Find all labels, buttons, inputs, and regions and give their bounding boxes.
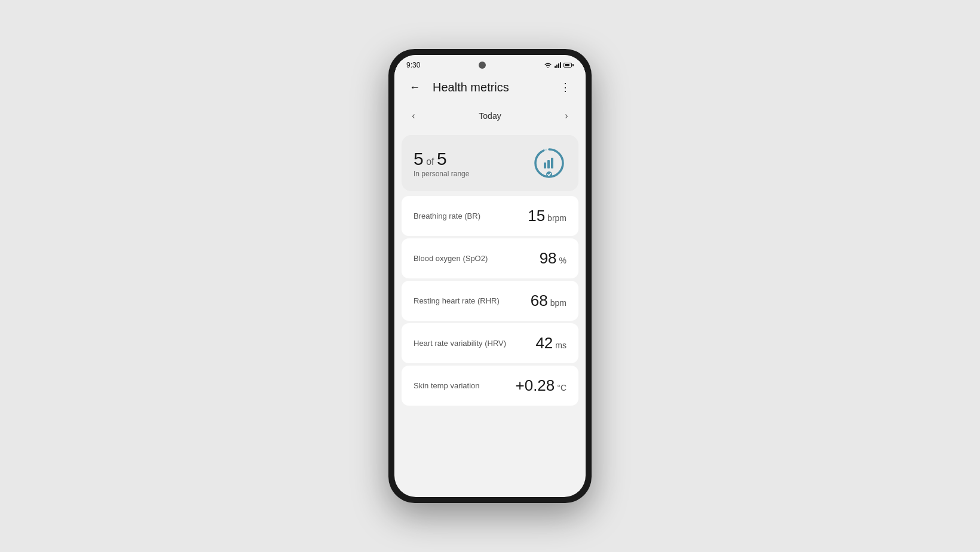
phone-screen: 9:30 <box>394 55 586 497</box>
metric-hrv[interactable]: Heart rate variability (HRV) 42 ms <box>402 323 578 363</box>
status-time: 9:30 <box>406 61 420 69</box>
metric-value-hrv: 42 ms <box>535 334 566 352</box>
metric-label-skin-temp: Skin temp variation <box>414 381 480 390</box>
current-date-label: Today <box>479 111 501 121</box>
status-bar: 9:30 <box>394 55 586 73</box>
signal-icon <box>555 62 561 68</box>
rhr-unit: bpm <box>550 298 566 308</box>
oxygen-unit: % <box>559 256 566 265</box>
skin-temp-value: +0.28 <box>515 376 555 395</box>
of-text: of <box>424 157 437 167</box>
hrv-unit: ms <box>555 341 566 350</box>
svg-rect-2 <box>544 162 546 168</box>
date-navigation: ‹ Today › <box>394 104 586 133</box>
summary-text: 5 of 5 In personal range <box>414 149 469 178</box>
summary-subtitle: In personal range <box>414 170 469 178</box>
page-title: Health metrics <box>433 81 555 94</box>
breathing-value: 15 <box>528 207 545 225</box>
camera-dot <box>479 62 486 69</box>
metric-label-rhr: Resting heart rate (RHR) <box>414 296 500 305</box>
wifi-icon <box>544 62 552 68</box>
metric-resting-heart-rate[interactable]: Resting heart rate (RHR) 68 bpm <box>402 281 578 321</box>
more-button[interactable]: ⋮ <box>555 76 576 98</box>
metric-value-breathing: 15 brpm <box>528 207 566 225</box>
scroll-content: 5 of 5 In personal range <box>394 133 586 497</box>
metric-value-oxygen: 98 % <box>540 249 566 268</box>
svg-rect-4 <box>551 158 553 168</box>
rhr-value: 68 <box>531 292 548 310</box>
metric-value-rhr: 68 bpm <box>531 292 566 310</box>
count-number: 5 <box>414 149 424 168</box>
metric-label-breathing: Breathing rate (BR) <box>414 211 480 220</box>
svg-rect-3 <box>547 160 550 168</box>
summary-card: 5 of 5 In personal range <box>402 135 578 191</box>
metric-label-oxygen: Blood oxygen (SpO2) <box>414 254 488 263</box>
metric-label-hrv: Heart rate variability (HRV) <box>414 339 506 348</box>
skin-temp-unit: °C <box>557 383 566 392</box>
battery-icon <box>564 63 574 68</box>
phone-shell: 9:30 <box>388 49 592 503</box>
total-number: 5 <box>437 149 447 168</box>
progress-circle-icon <box>532 146 566 180</box>
oxygen-value: 98 <box>540 249 557 268</box>
back-button[interactable]: ← <box>404 76 425 98</box>
hrv-value: 42 <box>535 334 553 352</box>
summary-count: 5 of 5 <box>414 149 469 168</box>
breathing-unit: brpm <box>547 213 566 223</box>
status-icons <box>544 62 574 68</box>
metric-breathing-rate[interactable]: Breathing rate (BR) 15 brpm <box>402 196 578 236</box>
header-bar: ← Health metrics ⋮ <box>394 73 586 104</box>
metric-blood-oxygen[interactable]: Blood oxygen (SpO2) 98 % <box>402 238 578 278</box>
metric-skin-temp[interactable]: Skin temp variation +0.28 °C <box>402 366 578 406</box>
next-date-button[interactable]: › <box>557 106 576 125</box>
svg-point-5 <box>546 171 552 177</box>
prev-date-button[interactable]: ‹ <box>404 106 423 125</box>
metric-value-skin-temp: +0.28 °C <box>515 376 566 395</box>
